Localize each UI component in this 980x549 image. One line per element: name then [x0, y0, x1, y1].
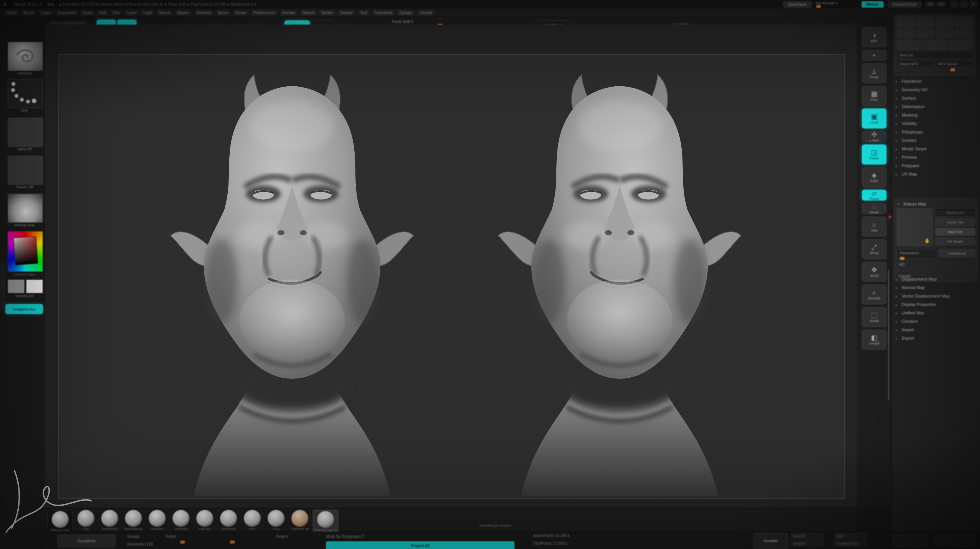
left-tray-handle[interactable]	[1, 263, 5, 309]
transp-button[interactable]: ▱Transp	[862, 190, 886, 201]
tool-subpalette-unified-skin[interactable]: Unified Skin	[892, 309, 980, 317]
minimize-button[interactable]: –	[950, 1, 959, 8]
menu-alpha[interactable]: Alpha	[4, 10, 20, 16]
clone-texture-button[interactable]: Clone Txtr	[935, 218, 975, 226]
antialiased-button[interactable]: Antialiased	[939, 249, 976, 257]
menu-transform[interactable]: Transform	[372, 10, 395, 16]
material-thumb-toyplastic[interactable]: ToyPlastic	[170, 510, 192, 531]
dynamesh-button[interactable]: DynaMesh	[58, 534, 116, 547]
persp-button[interactable]: ⟂Persp	[862, 63, 886, 83]
tool-subpalette-surface[interactable]: Surface	[892, 94, 980, 102]
tool-subpalette-contact[interactable]: Contact	[892, 136, 980, 145]
mini-button-pr[interactable]: PR	[926, 2, 935, 7]
render-intensity-button[interactable]: ▪	[862, 50, 886, 61]
tool-subpalette-import[interactable]: Import	[892, 325, 980, 334]
mp4-speed-knob[interactable]	[950, 68, 955, 71]
texture-map-preview[interactable]: ✋	[897, 209, 933, 246]
menu-movie[interactable]: Movie	[215, 10, 231, 16]
menus-toggle[interactable]: Menus	[862, 1, 884, 8]
menu-macro[interactable]: Macro	[156, 10, 173, 16]
material-thumb-clay[interactable]: Clay	[75, 510, 97, 531]
material-thumb-toyplastic-alt[interactable]: ToyPlastic alt	[289, 510, 311, 531]
ghost-button[interactable]: ◌Ghost	[862, 203, 886, 214]
tool-subpalette-display-properties[interactable]: Display Properties	[892, 300, 980, 309]
tray-panel-button[interactable]: ▫	[955, 17, 973, 27]
texture-map-header[interactable]: Texture Map	[897, 201, 975, 209]
gif-field-buildgif[interactable]: BuildGif	[791, 541, 824, 547]
gif-field-spin[interactable]: Spin	[834, 533, 867, 539]
see-through-knob[interactable]	[816, 5, 821, 8]
tray-panel-button[interactable]: ▫	[897, 40, 921, 50]
blur-knob[interactable]	[230, 541, 235, 544]
mp4-speed-slider[interactable]: MP4 Speed	[936, 60, 973, 67]
current-brush-thumbnail[interactable]	[8, 42, 43, 71]
tool-subpalette-normal-map[interactable]: Normal Map	[892, 283, 980, 292]
material-thumb-skinshade[interactable]: SkinShade	[218, 510, 239, 531]
tray-panel-button[interactable]: ▫	[949, 40, 973, 50]
main-color-swatch[interactable]	[8, 279, 25, 293]
tray-panel-button[interactable]: ▫	[897, 17, 915, 27]
floor-button[interactable]: ▦Floor	[862, 86, 886, 106]
tool-subpalette-polypaint[interactable]: Polypaint	[892, 161, 980, 170]
menu-picker[interactable]: Picker	[233, 10, 249, 16]
aahalf-button[interactable]: ◧AAHalf	[862, 330, 886, 350]
material-thumb-standard[interactable]: Standard	[146, 510, 168, 531]
tray-panel-button[interactable]: ▫	[936, 17, 954, 27]
tray-panel-button[interactable]: ▫	[955, 28, 973, 38]
mask-by-polygroups-slider[interactable]: Mask By Polygroups 0	[326, 534, 364, 539]
material-thumb-flatcolor[interactable]: FlatColor	[194, 510, 215, 531]
tool-subpalette-export[interactable]: Export	[892, 334, 980, 342]
tray-panel-button[interactable]: ▫	[936, 28, 954, 38]
material-thumb-gray[interactable]: Gray	[265, 510, 287, 531]
polish-knob[interactable]	[180, 541, 185, 544]
current-stroke-thumbnail[interactable]	[8, 79, 43, 108]
menu-layer[interactable]: Layer	[124, 10, 139, 16]
tool-subpalette-geometry-hd[interactable]: Geometry HD	[892, 85, 980, 94]
material-thumb-skinshade4[interactable]: SkinShade4	[99, 510, 120, 531]
tray-panel-button[interactable]: ▫	[916, 28, 934, 38]
menu-brush[interactable]: Brush	[21, 10, 37, 16]
import-mp4-button[interactable]: Import MP4	[897, 60, 934, 67]
right-shelf-scrollbar[interactable]	[888, 270, 889, 400]
menu-texture[interactable]: Texture	[337, 10, 355, 16]
menu-stencil[interactable]: Stencil	[299, 10, 317, 16]
resolution-slider[interactable]: Resolution 128	[127, 542, 153, 546]
solo-button[interactable]: ○Solo	[862, 217, 886, 237]
tool-subpalette-uv-map[interactable]: UV Map	[892, 170, 980, 178]
current-material-thumbnail[interactable]	[8, 194, 43, 223]
menu-file[interactable]: File	[110, 10, 122, 16]
material-thumb-basicmaterial[interactable]: BasicMaterial	[123, 510, 144, 531]
menu-marker[interactable]: Marker	[174, 10, 192, 16]
maximize-button[interactable]: □	[960, 1, 968, 8]
see-through-slider[interactable]	[816, 6, 858, 7]
menu-draw[interactable]: Draw	[80, 10, 95, 16]
project-all-button[interactable]: Project All	[326, 541, 515, 549]
bottom-right-button-2[interactable]	[936, 534, 975, 547]
menu-material[interactable]: Material	[194, 10, 214, 16]
default-zscript-button[interactable]: DefaultZScript	[888, 1, 922, 8]
tray-panel-button[interactable]: ▫	[916, 17, 934, 27]
fix-seam-button[interactable]: Fix Seam	[935, 237, 975, 245]
tool-subpalette-fibermesh[interactable]: FiberMesh	[892, 77, 980, 85]
sculptris-pro-button[interactable]: Sculptris Pro	[5, 304, 43, 314]
material-thumb-matcap-gray[interactable]: MatCap Gray	[48, 510, 73, 532]
xpose-button[interactable]: ⤢XPose	[862, 239, 886, 259]
menu-preferences[interactable]: Preferences	[251, 10, 278, 16]
menu-document[interactable]: Document	[55, 10, 79, 16]
close-button[interactable]: ✕	[969, 1, 978, 8]
project-toggle[interactable]: Project	[276, 534, 288, 539]
tool-subpalette-morph-target[interactable]: Morph Target	[892, 145, 980, 153]
zoom3d-button[interactable]: ⌕Zoom3D	[862, 284, 886, 304]
bottom-right-button-1[interactable]	[893, 534, 928, 547]
material-thumb-matcap-gray-04[interactable]: MatCap Gray 04	[313, 510, 338, 532]
lsym-button[interactable]: ✣L.Sym	[862, 131, 886, 142]
turntable-preview-thumb[interactable]: Turntable	[753, 533, 788, 549]
current-alpha-thumbnail[interactable]	[8, 118, 43, 147]
tool-subpalette-masking[interactable]: Masking	[892, 111, 980, 119]
menu-tool[interactable]: Tool	[357, 10, 370, 16]
material-thumb-blinn[interactable]: Blinn	[242, 510, 263, 531]
tool-subpalette-preview[interactable]: Preview	[892, 153, 980, 161]
secondary-color-swatch[interactable]	[26, 279, 43, 293]
ratio-slider[interactable]: Ratio 52	[897, 51, 973, 59]
bpr-render-button[interactable]: ◑BPR	[862, 27, 886, 47]
